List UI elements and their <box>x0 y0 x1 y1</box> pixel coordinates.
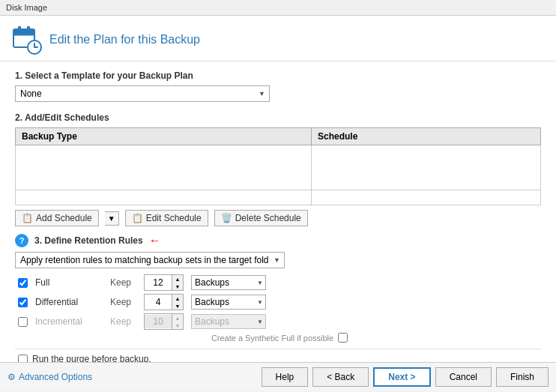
differential-keep-input[interactable] <box>145 295 172 309</box>
full-retention-row: Full Keep ▲ ▼ Backups <box>15 274 541 291</box>
full-keep-spinner[interactable]: ▲ ▼ <box>144 274 184 291</box>
arrow-icon: ← <box>149 234 161 247</box>
help-icon[interactable]: ? <box>15 234 28 247</box>
full-keep-down[interactable]: ▼ <box>172 283 183 290</box>
incremental-label: Incremental <box>35 316 103 327</box>
retention-section-label: 3. Define Retention Rules <box>34 235 143 246</box>
run-purge-label: Run the purge before backup. <box>32 354 151 362</box>
page-title: Edit the Plan for this Backup <box>49 33 200 46</box>
footer: ⚙ Advanced Options Help < Back Next > Ca… <box>0 362 556 391</box>
incremental-keep-spinner: ▲ ▼ <box>144 313 184 330</box>
col-backup-type: Backup Type <box>16 128 312 145</box>
add-schedule-dropdown-arrow[interactable]: ▼ <box>105 211 119 226</box>
incremental-checkbox[interactable] <box>18 317 28 327</box>
incremental-keep-input <box>145 315 172 328</box>
full-checkbox[interactable] <box>18 278 28 288</box>
template-section-label: 1. Select a Template for your Backup Pla… <box>15 70 541 81</box>
svg-rect-2 <box>18 26 21 32</box>
settings-icon: ⚙ <box>7 372 16 382</box>
next-button[interactable]: Next > <box>373 367 430 387</box>
finish-button[interactable]: Finish <box>496 367 549 387</box>
run-purge-checkbox[interactable] <box>18 355 28 363</box>
differential-keep-up[interactable]: ▲ <box>172 295 183 302</box>
schedules-section-label: 2. Add/Edit Schedules <box>15 112 541 123</box>
help-button[interactable]: Help <box>262 367 309 387</box>
differential-checkbox[interactable] <box>18 298 28 307</box>
incremental-type-select: Backups <box>191 314 266 329</box>
cancel-button[interactable]: Cancel <box>435 367 492 387</box>
advanced-options-link[interactable]: ⚙ Advanced Options <box>7 372 92 382</box>
edit-schedule-icon: 📋 <box>132 213 143 223</box>
synthetic-checkbox[interactable] <box>338 333 348 343</box>
incremental-retention-row: Incremental Keep ▲ ▼ Backups <box>15 313 541 330</box>
incremental-keep-up: ▲ <box>172 314 183 322</box>
differential-type-select[interactable]: Backups <box>191 295 266 310</box>
synthetic-row: Create a Synthetic Full if possible <box>15 333 541 343</box>
delete-schedule-icon: 🗑️ <box>221 213 232 223</box>
svg-rect-1 <box>13 29 34 35</box>
edit-schedule-button[interactable]: 📋 Edit Schedule <box>125 210 208 226</box>
differential-retention-row: Differential Keep ▲ ▼ Backups <box>15 294 541 310</box>
header-icon <box>12 25 42 55</box>
differential-label: Differential <box>35 297 103 307</box>
delete-schedule-button[interactable]: 🗑️ Delete Schedule <box>214 210 308 226</box>
full-label: Full <box>35 277 103 288</box>
differential-keep-spinner[interactable]: ▲ ▼ <box>144 294 184 310</box>
full-keep-up[interactable]: ▲ <box>172 275 183 283</box>
add-schedule-icon: 📋 <box>22 213 33 223</box>
col-schedule: Schedule <box>311 128 540 145</box>
synthetic-label: Create a Synthetic Full if possible <box>211 334 333 343</box>
svg-rect-3 <box>27 26 30 32</box>
incremental-keep-down: ▼ <box>172 322 183 329</box>
table-row <box>16 190 541 205</box>
add-schedule-button[interactable]: 📋 Add Schedule <box>15 210 99 226</box>
table-row <box>16 145 541 190</box>
full-type-select[interactable]: Backups <box>191 275 266 290</box>
title-bar-text: Disk Image <box>6 3 47 12</box>
retention-dropdown[interactable]: Apply retention rules to matching backup… <box>15 252 285 268</box>
full-keep-input[interactable] <box>145 276 172 289</box>
differential-keep-down[interactable]: ▼ <box>172 302 183 310</box>
template-select[interactable]: None <box>15 85 270 102</box>
schedules-table: Backup Type Schedule <box>15 127 541 205</box>
back-button[interactable]: < Back <box>312 367 369 387</box>
run-purge-row: Run the purge before backup. <box>15 354 541 362</box>
